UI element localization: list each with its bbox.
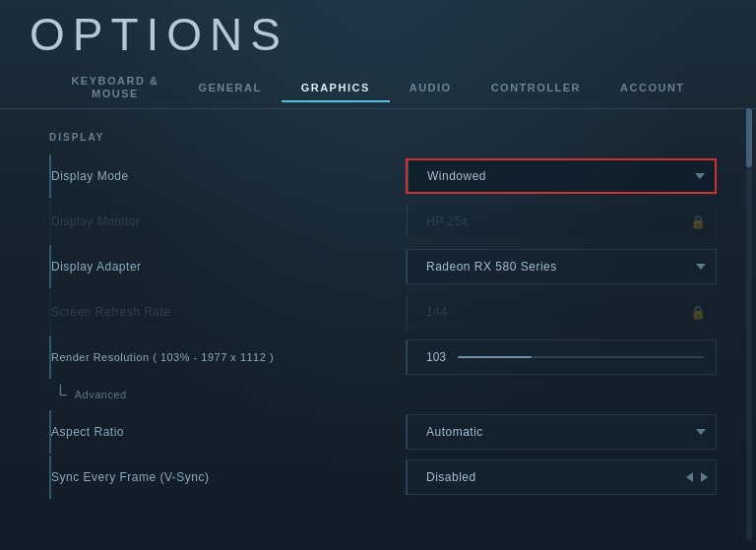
page-title: OPTIONS — [30, 8, 288, 61]
display-monitor-label: Display Monitor — [51, 214, 406, 228]
display-mode-row: Display Mode Windowed — [49, 154, 717, 198]
display-adapter-text: Radeon RX 580 Series — [418, 260, 557, 274]
tab-audio[interactable]: AUDIO — [390, 74, 472, 101]
value-separator — [407, 295, 408, 329]
value-separator — [407, 415, 408, 449]
vsync-prev-button[interactable] — [686, 472, 693, 482]
advanced-label[interactable]: Advanced — [75, 389, 127, 400]
value-separator — [407, 250, 408, 283]
advanced-row: └ Advanced — [49, 381, 717, 408]
nav-tabs: KEYBOARD &MOUSE GENERAL GRAPHICS AUDIO C… — [0, 67, 756, 109]
render-resolution-value-text: 103 — [418, 350, 448, 364]
display-adapter-value[interactable]: Radeon RX 580 Series — [406, 249, 717, 284]
render-resolution-fill — [458, 356, 532, 358]
vsync-next-button[interactable] — [701, 472, 708, 482]
value-separator — [407, 205, 408, 238]
lock-icon: 🔒 — [690, 305, 706, 320]
display-mode-label: Display Mode — [51, 169, 406, 183]
aspect-ratio-value[interactable]: Automatic — [406, 414, 717, 450]
vsync-value: Disabled — [406, 459, 717, 495]
screen-refresh-rate-text: 144 — [418, 305, 448, 319]
aspect-ratio-label: Aspect Ratio — [51, 425, 406, 439]
aspect-ratio-row: Aspect Ratio Automatic — [49, 410, 717, 454]
display-adapter-label: Display Adapter — [51, 260, 406, 274]
display-monitor-value: HP 25x 🔒 — [406, 204, 717, 239]
tab-controller[interactable]: CONTROLLER — [472, 74, 600, 101]
tab-graphics[interactable]: GRAPHICS — [282, 74, 390, 101]
vsync-label: Sync Every Frame (V-Sync) — [51, 470, 406, 484]
screen-refresh-rate-row: Screen Refresh Rate 144 🔒 — [49, 290, 717, 334]
render-resolution-track[interactable] — [458, 356, 704, 358]
value-separator — [407, 460, 408, 494]
chevron-down-icon — [696, 264, 706, 270]
chevron-down-icon — [695, 173, 705, 179]
scrollbar-thumb[interactable] — [746, 108, 752, 167]
tab-keyboard-mouse[interactable]: KEYBOARD &MOUSE — [51, 67, 178, 108]
render-resolution-label: Render Resolution ( 103% - 1977 x 1112 ) — [51, 351, 406, 363]
display-mode-value[interactable]: Windowed — [406, 158, 717, 194]
scrollbar-track — [746, 108, 752, 540]
chevron-down-icon — [696, 429, 706, 435]
vsync-text: Disabled — [418, 470, 476, 484]
vsync-row: Sync Every Frame (V-Sync) Disabled — [49, 456, 717, 499]
advanced-bracket: └ — [54, 386, 67, 403]
lock-icon: 🔒 — [690, 214, 706, 229]
value-separator — [408, 160, 409, 192]
aspect-ratio-text: Automatic — [418, 425, 483, 439]
value-separator — [407, 340, 408, 374]
display-monitor-row: Display Monitor HP 25x 🔒 — [49, 200, 717, 243]
render-resolution-slider-container[interactable]: 103 — [406, 339, 717, 375]
display-mode-text: Windowed — [419, 169, 486, 183]
display-monitor-text: HP 25x — [418, 214, 468, 228]
screen-refresh-rate-value: 144 🔒 — [406, 294, 717, 330]
vsync-arrows — [686, 472, 708, 482]
render-resolution-row: Render Resolution ( 103% - 1977 x 1112 )… — [49, 336, 717, 379]
content-area: DISPLAY Display Mode Windowed Display Mo… — [0, 108, 746, 550]
display-section-label: DISPLAY — [49, 132, 717, 143]
display-adapter-row: Display Adapter Radeon RX 580 Series — [49, 245, 717, 288]
screen-refresh-rate-label: Screen Refresh Rate — [51, 305, 406, 319]
tab-general[interactable]: GENERAL — [178, 74, 281, 101]
tab-account[interactable]: ACCOUNT — [600, 74, 705, 101]
